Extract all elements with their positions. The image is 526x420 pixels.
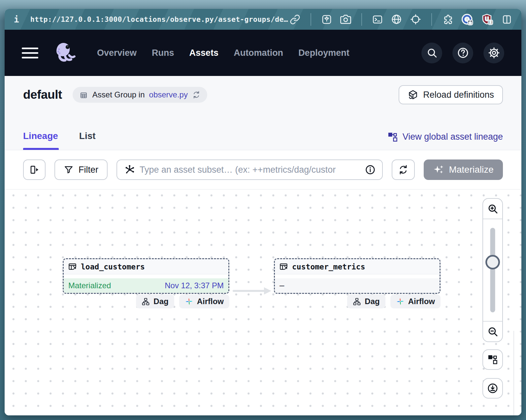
help-button[interactable] [452,43,473,63]
tag-dag[interactable]: Dag [347,295,385,308]
asset-name: load_customers [81,262,145,271]
tab-lineage[interactable]: Lineage [23,131,58,150]
target-icon[interactable] [410,14,421,25]
lineage-canvas[interactable]: load_customers Materialized Nov 12, 3:37… [5,190,521,415]
zoom-out-button[interactable] [483,321,502,341]
hamburger-menu-icon[interactable] [22,48,38,58]
airflow-pinwheel-icon [185,297,193,306]
search-icon [426,47,438,58]
canvas-right-divider [513,331,514,415]
asset-node-load-customers[interactable]: load_customers Materialized Nov 12, 3:37… [63,258,229,294]
toolbar-divider [361,13,362,26]
toolbar-divider [431,13,432,26]
nav-item-deployment[interactable]: Deployment [298,48,349,58]
materialize-button[interactable]: Materialize [424,159,503,180]
shield-badge-count: 2 [489,20,491,24]
url-bar[interactable]: http://127.0.0.1:3000/locations/observe.… [30,15,288,23]
dag-hierarchy-icon [142,298,150,306]
globe-icon[interactable] [391,14,402,25]
terminal-icon[interactable] [372,14,383,25]
view-graph-layout-button[interactable] [482,349,503,370]
search-button[interactable] [421,43,442,63]
asset-table-icon [279,262,288,271]
asset-status: – [279,281,284,290]
shield-blocker-icon[interactable]: U 2 [481,14,493,25]
copy-link-icon[interactable] [290,14,300,25]
lineage-toolbar: Filter Materialize [5,150,521,190]
reload-cube-icon [408,89,418,100]
nav-item-assets[interactable]: Assets [189,48,219,58]
nav-item-runs[interactable]: Runs [152,48,174,58]
nav-item-automation[interactable]: Automation [234,48,283,58]
asset-table-icon [68,262,77,271]
nav-item-overview[interactable]: Overview [97,48,137,58]
filter-funnel-icon [64,165,74,175]
edge-load-customers-to-customer-metrics [232,286,274,296]
filter-button[interactable]: Filter [54,159,108,180]
download-icon [487,383,498,394]
asset-status: Materialized [68,281,111,290]
gear-icon [488,47,500,59]
screenshot-picker-icon[interactable] [321,14,332,25]
asset-group-badge: Asset Group in observe.py [73,87,207,103]
app-nav-bar: Overview Runs Assets Automation Deployme… [5,30,521,76]
zoom-slider-thumb[interactable] [485,255,500,269]
zoom-slider-track[interactable] [490,228,495,312]
page-header: default Asset Group in observe.py Reload… [5,76,521,150]
settings-button[interactable] [483,43,504,63]
asset-status-row: Materialized Nov 12, 3:37 PM [64,278,228,293]
asset-status-row: – [275,278,440,293]
dag-hierarchy-icon [353,298,361,306]
materialize-label: Materialize [449,164,493,175]
page-info-icon[interactable]: i [14,15,19,24]
reload-definitions-label: Reload definitions [423,90,494,100]
tag-airflow[interactable]: Airflow [179,295,229,308]
zoom-out-icon [487,326,498,337]
download-image-button[interactable] [482,378,503,399]
code-location-link[interactable]: observe.py [149,90,188,99]
filter-label: Filter [79,165,98,175]
dagster-octopus-logo[interactable] [51,39,78,66]
zoom-control-panel [482,198,503,342]
asset-subset-field [116,159,383,180]
panel-expand-icon [29,164,40,175]
sparkles-icon [433,164,444,175]
reload-definitions-button[interactable]: Reload definitions [399,85,503,104]
camera-icon[interactable] [340,14,351,25]
refresh-graph-button[interactable] [392,159,415,180]
password-manager-icon[interactable] [461,14,473,25]
asset-name: customer_metrics [292,262,365,271]
page-title: default [23,88,62,102]
tag-row-customer-metrics: Dag Airflow [347,295,441,308]
lineage-graph-icon [488,355,498,365]
zoom-in-button[interactable] [483,199,502,219]
open-side-panel-button[interactable] [23,159,46,180]
view-global-asset-lineage-link[interactable]: View global asset lineage [388,132,503,150]
op-selection-icon [124,164,135,175]
tab-list[interactable]: List [79,131,96,150]
asset-group-badge-text: Asset Group in [92,90,145,99]
help-icon [457,47,469,59]
split-view-icon[interactable] [502,14,512,25]
refresh-icon [398,164,409,175]
info-icon[interactable] [365,164,376,175]
primary-nav: Overview Runs Assets Automation Deployme… [97,48,349,58]
asset-group-icon [79,90,88,99]
tag-airflow[interactable]: Airflow [390,295,441,308]
browser-window: i http://127.0.0.1:3000/locations/observ… [5,9,521,415]
zoom-in-icon [487,203,498,214]
tag-row-load-customers: Dag Airflow [136,295,229,308]
badge-refresh-icon[interactable] [192,90,201,99]
tag-dag[interactable]: Dag [136,295,174,308]
asset-materialization-time: Nov 12, 3:37 PM [165,281,224,290]
zoom-slider [483,219,502,321]
lineage-graph-icon [388,132,398,142]
view-tabs: Lineage List View global asset lineage [23,131,503,150]
browser-chrome: i http://127.0.0.1:3000/locations/observ… [5,9,521,30]
airflow-pinwheel-icon [396,297,405,306]
extensions-puzzle-icon[interactable] [442,14,453,25]
asset-node-customer-metrics[interactable]: customer_metrics – [274,258,441,294]
toolbar-divider [311,13,311,26]
asset-subset-input[interactable] [140,165,360,175]
